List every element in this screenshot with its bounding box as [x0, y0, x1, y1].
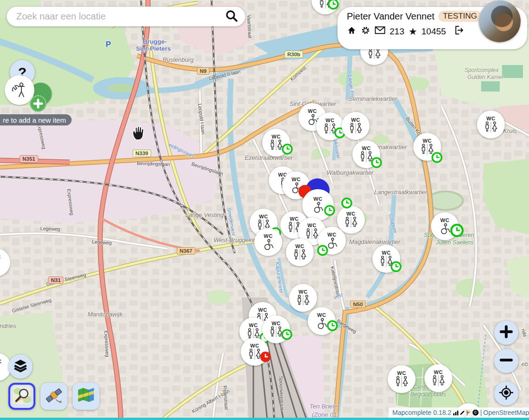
wc-marker[interactable]: WC: [254, 228, 282, 256]
logout-icon[interactable]: [454, 25, 464, 38]
background-satellite-button[interactable]: [40, 383, 67, 410]
bottom-accent-strip: [0, 418, 529, 420]
layers-icon: [13, 358, 28, 375]
clock-green-badge: [390, 261, 402, 273]
testing-badge: TESTING: [438, 11, 482, 22]
attribution-app-link[interactable]: Mapcomplete 0.18.2: [392, 409, 451, 416]
wc-marker-label: WC: [271, 321, 280, 326]
wc-marker-label: WC: [434, 370, 443, 375]
hand-grab-cursor: [130, 125, 146, 143]
crosshair-icon: [498, 385, 514, 402]
wc-marker-label: WC: [327, 232, 336, 237]
map-canvas[interactable]: Brugge-Sint-PietersRustenburgSint-Gillis…: [0, 0, 529, 420]
clock-green-badge: [281, 328, 293, 341]
world-map-icon: [76, 386, 96, 407]
background-osm-carto-button[interactable]: [8, 383, 35, 410]
clock-green-badge: [341, 197, 353, 209]
wc-marker-label: WC: [291, 177, 300, 182]
wc-marker-label: WC: [313, 197, 322, 202]
map-markers-layer: WCWCWCWCWCWCWCWCWCWCWCWCWCWCWCWCWCWCWCWC…: [0, 0, 529, 420]
attribution-bar: Mapcomplete 0.18.2 © | OpenStreetMap: [389, 407, 529, 418]
edit-pencil-icon: [459, 410, 465, 416]
clock-green-badge: [450, 223, 464, 238]
star-icon: ★: [409, 27, 417, 36]
settings-gear-icon[interactable]: [361, 26, 370, 38]
wc-marker-label: WC: [423, 138, 431, 144]
wc-marker-label: WC: [382, 250, 390, 256]
wc-marker[interactable]: WC: [289, 284, 317, 312]
clock-green-badge: [431, 151, 443, 164]
svg-text:©: ©: [474, 410, 477, 415]
satellite-icon: [44, 386, 64, 407]
wc-marker[interactable]: WC: [477, 111, 505, 138]
wc-marker-label: WC: [0, 255, 1, 260]
wc-marker[interactable]: WC: [388, 365, 416, 393]
wc-marker-label: WC: [440, 218, 449, 223]
osm-carto-icon: [12, 386, 32, 407]
theme-flag-icon: [466, 410, 472, 416]
user-panel: Pieter Vander Vennet TESTING 213 ★ 10455: [337, 7, 527, 49]
plus-icon: [499, 325, 513, 341]
wc-marker[interactable]: WC: [342, 112, 370, 140]
add-item-tooltip-text: re to add a new item: [3, 116, 66, 124]
background-layer-chooser: [8, 383, 99, 410]
wc-marker-label: WC: [290, 217, 298, 222]
geolocate-button[interactable]: [494, 381, 518, 406]
zoom-in-button[interactable]: [494, 321, 518, 345]
zoom-out-button[interactable]: [494, 349, 518, 373]
messages-envelope-icon[interactable]: [375, 26, 385, 37]
clock-green-badge: [370, 157, 383, 169]
wc-marker-label: WC: [346, 211, 355, 217]
attribution-icons: ©: [453, 409, 479, 416]
wc-marker[interactable]: WC: [286, 238, 314, 266]
wc-marker[interactable]: WC: [0, 249, 10, 276]
wc-marker-label: WC: [298, 289, 307, 295]
wc-marker-label: WC: [259, 214, 268, 219]
license-icon: ©: [472, 409, 479, 416]
add-plus-icon: [30, 95, 46, 112]
wc-marker-label: WC: [362, 146, 370, 151]
clock-green-badge: [327, 0, 339, 10]
wc-marker[interactable]: WC: [424, 364, 452, 392]
wc-marker-label: WC: [317, 313, 326, 318]
wc-marker-label: WC: [264, 234, 272, 239]
statistics-icon: [453, 410, 459, 416]
user-name: Pieter Vander Vennet: [347, 11, 435, 22]
background-map-button[interactable]: [73, 383, 99, 410]
wc-marker-label: WC: [249, 323, 258, 328]
wc-marker-label: WC: [250, 343, 259, 348]
clock-green-badge: [281, 143, 293, 155]
wc-marker-label: WC: [397, 371, 406, 376]
home-icon[interactable]: [347, 26, 357, 38]
user-avatar[interactable]: [479, 0, 521, 42]
layers-button[interactable]: [8, 354, 33, 379]
search-bar[interactable]: [7, 7, 245, 26]
wc-marker[interactable]: WC: [337, 206, 365, 234]
add-item-tooltip: re to add a new item: [0, 114, 72, 125]
clock-green-badge: [324, 204, 336, 217]
changeset-count: 10455: [422, 26, 446, 37]
wc-marker-label: WC: [307, 223, 316, 228]
wc-marker-label: WC: [0, 359, 2, 364]
clock-red-badge: [259, 351, 271, 363]
wc-marker-label: WC: [258, 308, 267, 313]
mapcomplete-app: Brugge-Sint-PietersRustenburgSint-Gillis…: [0, 0, 529, 420]
wc-marker-label: WC: [325, 118, 334, 123]
messages-count: 213: [390, 26, 404, 37]
clock-green-badge: [317, 244, 329, 256]
search-icon[interactable]: [225, 9, 238, 25]
wc-marker-label: WC: [271, 134, 280, 139]
search-input[interactable]: [15, 11, 225, 22]
wc-marker-label: WC: [486, 116, 495, 121]
attribution-separator: |: [480, 409, 482, 416]
wc-marker-label: WC: [351, 118, 360, 123]
openstreetmap-link[interactable]: OpenStreetMap: [483, 409, 529, 416]
minus-icon: [499, 353, 513, 369]
wc-marker-label: WC: [295, 244, 304, 249]
clock-green-badge: [326, 320, 338, 332]
